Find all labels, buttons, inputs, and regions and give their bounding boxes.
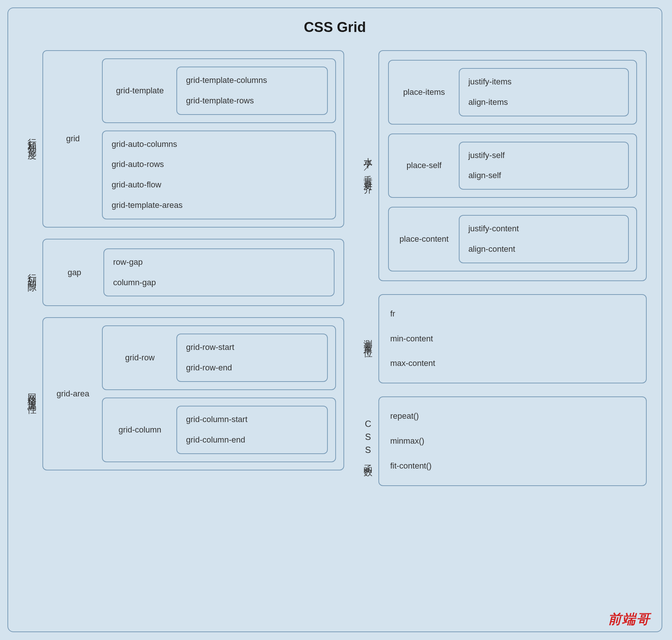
grid-template-items: grid-template-columns grid-template-rows (176, 67, 328, 115)
section-functions: CSS函数 repeat() minmax() fit-content() (359, 396, 647, 486)
place-content-label: place-content (396, 234, 452, 244)
grid-template-label: grid-template (110, 86, 170, 96)
grid-area-label: grid-area (51, 389, 95, 399)
units-box: fr min-content max-content (378, 294, 647, 383)
grid-row-items: grid-row-start grid-row-end (176, 334, 328, 382)
grid-box: grid grid-template grid-template-columns… (42, 50, 344, 228)
prop-align-items: align-items (468, 97, 619, 108)
grid-label: grid (51, 134, 95, 144)
prop-grid-column-end: grid-column-end (186, 434, 318, 446)
unit-max-content: max-content (390, 358, 635, 369)
place-items-items: justify-items align-items (459, 68, 629, 116)
prop-justify-items: justify-items (468, 76, 619, 88)
alignment-box: place-items justify-items align-items pl… (378, 50, 647, 281)
grid-column-items: grid-column-start grid-column-end (176, 406, 328, 454)
left-column: 行和列宽度 grid grid-template grid-template-c… (23, 50, 344, 486)
place-self-box: place-self justify-self align-self (388, 134, 637, 198)
section-label: 网格项属性 (23, 386, 38, 401)
prop-row-gap: row-gap (113, 257, 325, 268)
grid-template-box: grid-template grid-template-columns grid… (102, 58, 336, 123)
prop-column-gap: column-gap (113, 277, 325, 289)
diagram-container: CSS Grid 行和列宽度 grid grid-template grid-t… (7, 7, 662, 632)
grid-row-label: grid-row (110, 353, 170, 363)
section-label: CSS函数 (359, 419, 374, 464)
gap-box: gap row-gap column-gap (42, 239, 344, 306)
prop-grid-template-areas: grid-template-areas (112, 200, 326, 211)
prop-grid-row-end: grid-row-end (186, 362, 318, 374)
section-alignment: 水平／垂直对齐 place-items justify-items align-… (359, 50, 647, 281)
functions-box: repeat() minmax() fit-content() (378, 396, 647, 486)
fn-fit-content: fit-content() (390, 460, 635, 472)
grid-auto-box: grid-auto-columns grid-auto-rows grid-au… (102, 131, 336, 219)
right-column: 水平／垂直对齐 place-items justify-items align-… (359, 50, 647, 486)
place-items-label: place-items (396, 87, 452, 97)
prop-grid-template-columns: grid-template-columns (186, 75, 318, 86)
prop-grid-row-start: grid-row-start (186, 342, 318, 353)
section-label: 行列间隙 (23, 267, 38, 279)
place-self-items: justify-self align-self (459, 142, 629, 190)
prop-grid-auto-columns: grid-auto-columns (112, 139, 326, 150)
prop-align-self: align-self (468, 170, 619, 181)
grid-area-inner-stack: grid-row grid-row-start grid-row-end gri… (102, 325, 336, 462)
gap-items: row-gap column-gap (103, 248, 335, 297)
gap-label: gap (52, 268, 97, 277)
place-content-box: place-content justify-content align-cont… (388, 207, 637, 271)
fn-repeat: repeat() (390, 411, 635, 422)
watermark: 前端哥 (608, 610, 650, 628)
place-content-items: justify-content align-content (459, 215, 629, 263)
grid-column-box: grid-column grid-column-start grid-colum… (102, 398, 336, 462)
grid-area-box: grid-area grid-row grid-row-start grid-r… (42, 317, 344, 470)
fn-minmax: minmax() (390, 435, 635, 447)
prop-grid-auto-rows: grid-auto-rows (112, 159, 326, 170)
prop-grid-auto-flow: grid-auto-flow (112, 179, 326, 191)
unit-min-content: min-content (390, 333, 635, 345)
diagram-title: CSS Grid (23, 19, 647, 35)
place-items-box: place-items justify-items align-items (388, 60, 637, 125)
unit-fr: fr (390, 308, 635, 320)
section-label: 水平／垂直对齐 (359, 151, 374, 180)
grid-column-label: grid-column (110, 425, 170, 435)
section-row-col-gap: 行列间隙 gap row-gap column-gap (23, 239, 344, 306)
section-row-col-width: 行和列宽度 grid grid-template grid-template-c… (23, 50, 344, 228)
prop-grid-template-rows: grid-template-rows (186, 95, 318, 107)
prop-justify-content: justify-content (468, 223, 619, 235)
section-label: 行和列宽度 (23, 131, 38, 146)
section-label: 测量单位 (359, 333, 374, 345)
section-units: 测量单位 fr min-content max-content (359, 294, 647, 383)
prop-grid-column-start: grid-column-start (186, 414, 318, 425)
content-area: 行和列宽度 grid grid-template grid-template-c… (23, 50, 647, 486)
place-self-label: place-self (396, 161, 452, 170)
prop-align-content: align-content (468, 244, 619, 255)
grid-inner-stack: grid-template grid-template-columns grid… (102, 58, 336, 219)
prop-justify-self: justify-self (468, 150, 619, 161)
grid-row-box: grid-row grid-row-start grid-row-end (102, 325, 336, 390)
section-grid-item: 网格项属性 grid-area grid-row grid-row-start … (23, 317, 344, 470)
